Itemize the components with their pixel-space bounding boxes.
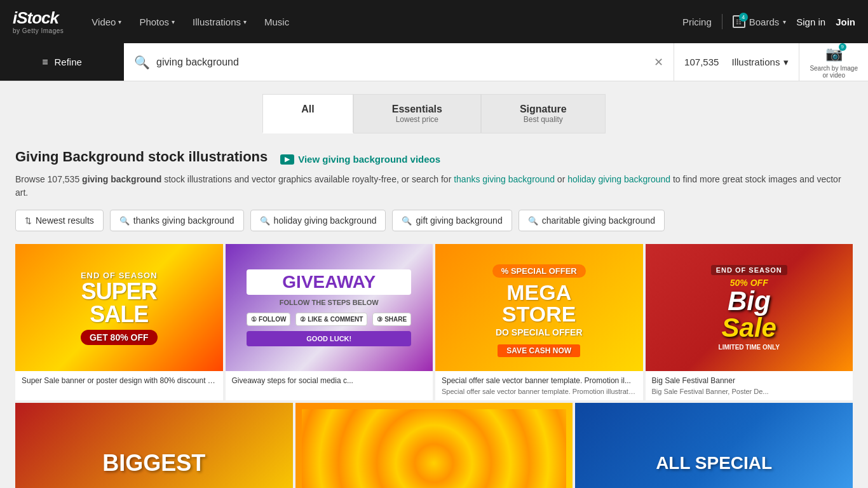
join-button[interactable]: Join — [836, 17, 855, 27]
chevron-down-icon: ▾ — [783, 57, 789, 68]
nav-label-video: Video — [92, 17, 116, 27]
search-right: 107,535 Illustrations ▾ 📷 9 Search by Im… — [674, 43, 868, 81]
tab-essentials-sub: Lowest price — [392, 115, 442, 124]
image-thumbnail: END OF SEASON SUPERSALE GET 80% OFF — [15, 244, 223, 371]
image-card[interactable]: BIGGEST — [15, 403, 293, 488]
browse-text: Browse 107,535 giving background stock i… — [15, 173, 853, 200]
page-title: Giving Background stock illustrations — [15, 149, 268, 165]
nav-item-photos[interactable]: Photos ▾ — [132, 11, 182, 32]
sign-in-button[interactable]: Sign in — [796, 17, 825, 27]
header: iStock by Getty Images Video ▾ Photos ▾ … — [0, 0, 868, 43]
tab-essentials[interactable]: Essentials Lowest price — [353, 94, 481, 133]
logo[interactable]: iStock by Getty Images — [13, 9, 64, 34]
boards-button[interactable]: ☷ 4 Boards ▾ — [733, 15, 787, 28]
filter-type-dropdown[interactable]: Illustrations ▾ — [732, 57, 799, 68]
browse-link-thanks[interactable]: thanks giving background — [454, 174, 555, 184]
main-content: All Essentials Lowest price Signature Be… — [0, 81, 868, 488]
image-grid-row2: BIGGEST ALL SPECIAL — [15, 403, 853, 488]
filter-icon: ≡ — [42, 57, 48, 68]
play-icon: ▶ — [280, 154, 294, 165]
result-count: 107,535 — [674, 57, 731, 67]
sort-icon: ⇅ — [25, 216, 32, 226]
tab-signature-label: Signature — [520, 104, 567, 115]
nav-label-illustrations: Illustrations — [193, 17, 241, 27]
search-icon: 🔍 — [402, 216, 412, 226]
search-icon: 🔍 — [119, 216, 130, 226]
nav-item-video[interactable]: Video ▾ — [84, 11, 129, 32]
chevron-down-icon: ▾ — [118, 18, 121, 25]
header-right: Pricing ☷ 4 Boards ▾ Sign in Join — [682, 14, 855, 29]
tab-signature-sub: Best quality — [520, 115, 567, 124]
nav-label-photos: Photos — [139, 17, 169, 27]
video-link[interactable]: ▶ View giving background videos — [280, 154, 440, 165]
pill-newest[interactable]: ⇅ Newest results — [15, 210, 104, 231]
pill-charitable-label: charitable giving background — [542, 215, 655, 226]
image-thumbnail: GIVEAWAY FOLLOW THE STEPS BELOW ① FOLLOW… — [226, 244, 433, 371]
boards-label: Boards — [749, 17, 780, 27]
image-subcaption: Big Sale Festival Banner, Poster De... — [646, 388, 853, 400]
pill-thanks[interactable]: 🔍 thanks giving background — [110, 210, 244, 231]
image-thumbnail: ALL SPECIAL — [575, 403, 853, 488]
boards-badge: 4 — [739, 13, 748, 22]
image-card[interactable]: END OF SEASON 50% OFF BigSale LIMITED TI… — [646, 244, 853, 400]
refine-button[interactable]: ≡ Refine — [0, 43, 124, 81]
pill-gift-label: gift giving background — [416, 215, 502, 226]
camera-icon: 📷 9 — [825, 46, 843, 62]
image-card[interactable]: GIVEAWAY FOLLOW THE STEPS BELOW ① FOLLOW… — [226, 244, 433, 400]
main-nav: Video ▾ Photos ▾ Illustrations ▾ Music — [84, 11, 667, 32]
logo-main: iStock — [13, 9, 64, 27]
page-title-area: Giving Background stock illustrations ▶ … — [15, 149, 853, 165]
image-card[interactable] — [295, 403, 573, 488]
filter-pills: ⇅ Newest results 🔍 thanks giving backgro… — [15, 210, 853, 231]
browse-prefix: Browse 107,535 — [15, 174, 82, 184]
nav-label-music: Music — [264, 17, 289, 27]
search-input-wrap: 🔍 ✕ — [124, 55, 674, 70]
filter-type-label: Illustrations — [732, 57, 780, 67]
image-thumbnail: % SPECIAL OFFER MEGASTORE DO SPECIAL OFF… — [435, 244, 643, 371]
header-divider — [722, 14, 722, 29]
search-input[interactable] — [156, 57, 648, 68]
image-thumbnail — [295, 403, 573, 488]
clear-icon[interactable]: ✕ — [654, 55, 663, 69]
tab-all[interactable]: All — [262, 94, 353, 133]
chevron-down-icon: ▾ — [172, 18, 175, 25]
tab-all-label: All — [301, 104, 314, 115]
image-subcaption: Special offer sale vector banner templat… — [435, 388, 643, 400]
video-link-label: View giving background videos — [298, 154, 440, 165]
tab-essentials-label: Essentials — [392, 104, 442, 115]
search-icon: 🔍 — [134, 55, 150, 70]
search-bar: ≡ Refine 🔍 ✕ 107,535 Illustrations ▾ 📷 9… — [0, 43, 868, 81]
pill-gift[interactable]: 🔍 gift giving background — [392, 210, 512, 231]
pricing-link[interactable]: Pricing — [682, 17, 712, 27]
logo-sub: by Getty Images — [13, 27, 64, 34]
search-icon: 🔍 — [528, 216, 538, 226]
nav-item-illustrations[interactable]: Illustrations ▾ — [185, 11, 254, 32]
boards-icon: ☷ 4 — [733, 15, 745, 28]
image-caption: Super Sale banner or poster design with … — [15, 371, 223, 388]
image-caption: Giveaway steps for social media c... — [226, 371, 433, 388]
search-by-image-label: Search by Imageor video — [810, 65, 858, 79]
browse-link-holiday[interactable]: holiday giving background — [567, 174, 670, 184]
image-card[interactable]: ALL SPECIAL — [575, 403, 853, 488]
chevron-down-icon: ▾ — [243, 18, 247, 25]
pill-thanks-label: thanks giving background — [133, 215, 234, 226]
camera-badge: 9 — [839, 43, 846, 51]
image-caption: Special offer sale vector banner templat… — [435, 371, 643, 388]
image-thumbnail: END OF SEASON 50% OFF BigSale LIMITED TI… — [646, 244, 853, 371]
browse-or: or — [555, 174, 567, 184]
pill-holiday-label: holiday giving background — [274, 215, 377, 226]
pill-holiday[interactable]: 🔍 holiday giving background — [250, 210, 386, 231]
image-card[interactable]: % SPECIAL OFFER MEGASTORE DO SPECIAL OFF… — [435, 244, 643, 400]
search-icon: 🔍 — [260, 216, 270, 226]
image-thumbnail: BIGGEST — [15, 403, 293, 488]
pill-charitable[interactable]: 🔍 charitable giving background — [519, 210, 665, 231]
image-card[interactable]: END OF SEASON SUPERSALE GET 80% OFF Supe… — [15, 244, 223, 400]
chevron-down-icon: ▾ — [783, 18, 786, 25]
search-by-image-button[interactable]: 📷 9 Search by Imageor video — [799, 43, 868, 81]
image-grid: END OF SEASON SUPERSALE GET 80% OFF Supe… — [15, 244, 853, 400]
nav-item-music[interactable]: Music — [257, 11, 297, 32]
license-tabs: All Essentials Lowest price Signature Be… — [15, 94, 853, 133]
browse-bold: giving background — [82, 174, 161, 184]
tab-signature[interactable]: Signature Best quality — [481, 94, 606, 133]
pill-newest-label: Newest results — [36, 215, 94, 226]
